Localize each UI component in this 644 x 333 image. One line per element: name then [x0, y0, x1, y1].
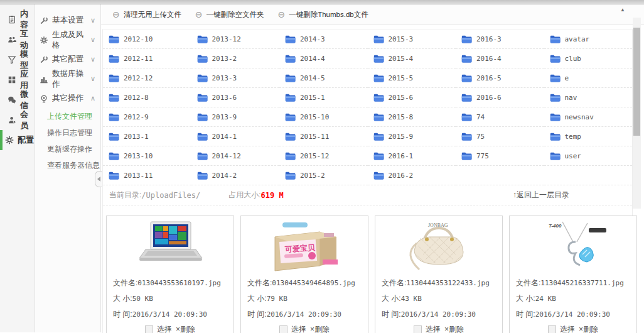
folder-item[interactable]: 2015-3 [368, 30, 456, 49]
toolbar-button-0[interactable]: ⊖ 清理无用上传文件 [112, 10, 181, 19]
menu-group-1[interactable]: 生成及风格 ∨ [35, 30, 100, 50]
folder-item[interactable]: 2013-10 [103, 146, 191, 166]
sidebar-item-0[interactable]: 内容 [0, 9, 35, 30]
folder-name: 2013-9 [212, 113, 237, 121]
delete-link[interactable]: ×删除 [444, 324, 464, 333]
folder-item[interactable]: 2016-2 [368, 166, 456, 185]
main-content: ⊖ 清理无用上传文件 ⊖ 一键删除空文件夹 ⊖ 一键删除Thumbs.db文件 … [101, 4, 644, 332]
folder-item[interactable]: 2015-4 [368, 49, 456, 68]
folder-item[interactable]: 2016-1 [368, 146, 456, 166]
menu-group-4[interactable]: 其它操作 ∧ [35, 89, 100, 108]
folder-item[interactable]: 2016-5 [456, 68, 544, 88]
delete-link[interactable]: ×删除 [176, 324, 195, 333]
select-checkbox[interactable] [414, 325, 422, 333]
file-name-label: 文件名: [382, 278, 406, 287]
folder-icon [461, 152, 472, 160]
folder-item[interactable]: 2013-12 [191, 30, 280, 49]
folder-item[interactable]: 2012-12 [103, 68, 191, 88]
select-checkbox[interactable] [145, 325, 153, 333]
menu-group-3[interactable]: 数据库操作 ∨ [35, 69, 100, 89]
folder-item[interactable]: 2015-12 [279, 146, 368, 166]
folder-icon [373, 55, 384, 63]
folder-name: 2013-2 [212, 55, 237, 63]
delete-link[interactable]: ×删除 [310, 324, 330, 333]
folder-item[interactable]: e [544, 68, 633, 88]
folder-item[interactable]: 2014-2 [191, 166, 280, 185]
folder-item[interactable]: nav [544, 88, 633, 107]
folder-item[interactable]: 2013-9 [191, 107, 280, 127]
folder-item[interactable]: 2014-3 [279, 30, 368, 49]
back-to-parent-link[interactable]: ↑返回上一层目录 [513, 190, 569, 200]
folder-item[interactable]: 2012-10 [103, 30, 191, 49]
folder-item[interactable]: 2015-5 [368, 68, 456, 88]
file-name-label: 文件名: [113, 278, 137, 287]
sidebar-item-2[interactable]: 模型 [0, 50, 35, 70]
file-size-label: 大 小: [113, 294, 132, 303]
folder-item[interactable]: club [544, 49, 633, 68]
sidebar-collapse-handle[interactable] [95, 171, 102, 187]
sidebar-item-label: 应用 [20, 68, 35, 91]
folder-item[interactable]: 74 [456, 107, 544, 127]
folder-item[interactable]: 2012-8 [103, 88, 191, 107]
menu-group-0[interactable]: 基本设置 ∨ [35, 11, 100, 30]
scrollbar-thumb[interactable] [633, 28, 640, 136]
toolbar-button-1[interactable]: ⊖ 一键删除空文件夹 [195, 10, 264, 19]
folder-item[interactable]: temp [544, 127, 633, 146]
folder-item[interactable]: 2014-5 [279, 68, 368, 88]
folder-icon [109, 74, 119, 82]
folder-item[interactable]: 2016-6 [456, 88, 544, 107]
select-checkbox[interactable] [279, 325, 287, 333]
folder-item[interactable]: 2012-9 [103, 107, 191, 127]
folder-name: 2016-2 [389, 172, 414, 180]
sidebar-item-4[interactable]: 微信 [0, 90, 35, 110]
sidebar-item-5[interactable]: 会员 [0, 110, 35, 130]
select-checkbox[interactable] [548, 325, 556, 333]
file-size-label: 大 小: [516, 294, 535, 303]
folder-icon [197, 172, 208, 180]
folder-item[interactable]: 775 [456, 146, 544, 166]
folder-item[interactable]: 2015-10 [279, 107, 368, 127]
folder-item[interactable]: 2014-12 [191, 146, 280, 166]
folder-item[interactable]: 2013-6 [191, 88, 280, 107]
toolbar-button-2[interactable]: ⊖ 一键删除Thumbs.db文件 [277, 10, 368, 19]
folder-item[interactable]: 2013-1 [103, 127, 191, 146]
member-icon [8, 116, 17, 125]
sidebar-item-6[interactable]: 配置 [0, 130, 35, 150]
folder-item[interactable]: 2013-2 [191, 49, 280, 68]
folder-item[interactable]: 2016-3 [456, 30, 544, 49]
folder-icon [197, 55, 208, 63]
scroll-top-icon[interactable]: ▲ [620, 7, 625, 13]
folder-item[interactable]: user [544, 146, 633, 166]
submenu-item-0[interactable]: 上传文件管理 [35, 108, 100, 124]
folder-item[interactable]: 2014-1 [191, 127, 280, 146]
folder-item[interactable]: 2015-11 [279, 127, 368, 146]
folder-name: 2014-5 [300, 74, 325, 82]
submenu-item-3[interactable]: 查看服务器信息 [35, 157, 100, 173]
sidebar-item-1[interactable]: 互动 [0, 30, 35, 50]
folder-item[interactable]: 2015-2 [279, 166, 368, 185]
menu-group-2[interactable]: 其它配置 ∨ [35, 50, 100, 69]
folder-item[interactable]: 2013-11 [103, 166, 191, 185]
folder-item[interactable]: 2015-8 [368, 107, 456, 127]
folder-item[interactable]: 2016-4 [456, 49, 544, 68]
folder-item[interactable]: 2013-3 [191, 68, 280, 88]
folder-item[interactable]: newsnav [544, 107, 633, 127]
disk-usage-label: 占用大小: [228, 190, 260, 200]
folder-name: 2013-6 [212, 94, 237, 102]
submenu-item-2[interactable]: 更新缓存操作 [35, 141, 100, 157]
folder-item[interactable]: 2015-9 [368, 127, 456, 146]
file-card: JONBAG 文件名:1130444353122433.jpg 大 小:43 K… [375, 216, 503, 333]
folder-item[interactable]: 2014-4 [279, 49, 368, 68]
file-card: 可爱宝贝 文件名:0130445349464895.jpg 大 小:79 KB … [240, 216, 368, 333]
folder-name: 2012-9 [124, 113, 149, 121]
folder-item[interactable]: 75 [456, 127, 544, 146]
current-dir-value: /UploadFiles/ [141, 191, 200, 200]
delete-link[interactable]: ×删除 [579, 324, 598, 333]
file-size-value: 50 KB [132, 295, 153, 303]
sidebar-item-3[interactable]: 应用 [0, 70, 35, 90]
submenu-item-1[interactable]: 操作日志管理 [35, 124, 100, 141]
folder-item[interactable]: avatar [544, 30, 633, 49]
folder-item[interactable]: 2015-1 [279, 88, 368, 107]
folder-item[interactable]: 2015-6 [368, 88, 456, 107]
folder-item[interactable]: 2012-11 [103, 49, 191, 68]
